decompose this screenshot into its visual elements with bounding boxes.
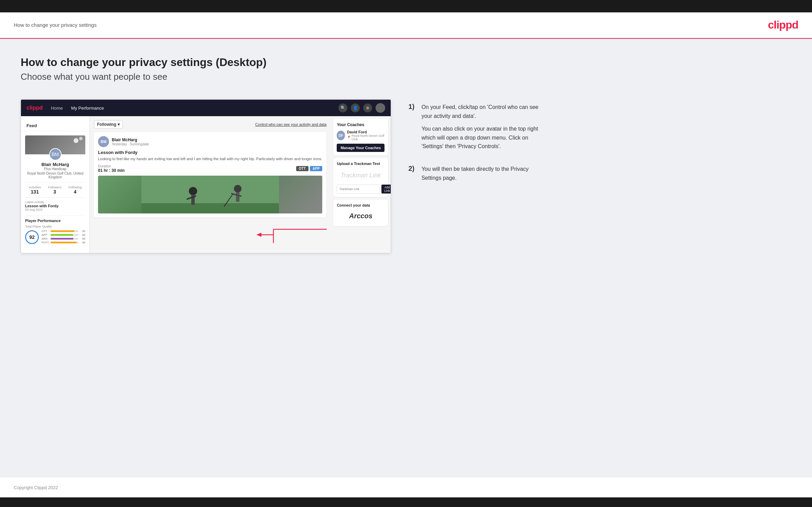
step-1: 1) On your Feed, click/tap on 'Control w… bbox=[408, 103, 539, 151]
duration-value: 01 hr : 30 min bbox=[98, 168, 124, 173]
app-nav-logo: clippd bbox=[26, 105, 43, 111]
pin-icon: 📍 bbox=[347, 136, 351, 139]
trackman-box: Upload a Trackman Test Trackman Link Add… bbox=[333, 158, 388, 197]
footer-copyright: Copyright Clippd 2022 bbox=[14, 485, 58, 490]
stat-activities-value: 131 bbox=[29, 189, 41, 195]
stat-activities: Activities 131 bbox=[29, 186, 41, 195]
latest-activity-value: Lesson with Fordy bbox=[25, 204, 85, 208]
sidebar-feed-tab[interactable]: Feed bbox=[21, 120, 89, 131]
activity-user: BM Blair McHarg Yesterday · Sunningdale bbox=[98, 136, 322, 147]
svg-point-5 bbox=[234, 185, 241, 192]
activity-user-info: Blair McHarg Yesterday · Sunningdale bbox=[112, 137, 149, 146]
player-performance-section: Player Performance Total Player Quality … bbox=[25, 216, 85, 245]
putt-bar bbox=[51, 242, 78, 243]
duration-info: Duration 01 hr : 30 min bbox=[98, 164, 124, 173]
ott-tag: OTT bbox=[296, 166, 308, 171]
page-subtitle: Choose what you want people to see bbox=[21, 71, 791, 82]
step-1-header: 1) On your Feed, click/tap on 'Control w… bbox=[408, 103, 539, 120]
content-grid: clippd Home My Performance 🔍 👤 ⊕ bbox=[21, 99, 791, 253]
avatar-icon[interactable] bbox=[376, 103, 385, 113]
profile-avatar: BM bbox=[49, 148, 62, 161]
bottom-bar bbox=[0, 497, 812, 507]
profile-icon[interactable]: 👤 bbox=[351, 103, 360, 112]
activity-user-meta: Yesterday · Sunningdale bbox=[112, 142, 149, 146]
arg-label: ARG bbox=[42, 237, 49, 240]
stat-activities-label: Activities bbox=[29, 186, 41, 189]
nav-my-performance[interactable]: My Performance bbox=[71, 106, 104, 111]
step-2-text: You will then be taken directly to the P… bbox=[421, 165, 539, 182]
trackman-title: Upload a Trackman Test bbox=[337, 162, 385, 166]
activity-title: Lesson with Fordy bbox=[98, 150, 322, 155]
svg-rect-6 bbox=[236, 192, 239, 202]
activity-desc: Looking to feel like my hands are exitin… bbox=[98, 156, 322, 162]
app-bar-row: APP 85 bbox=[42, 233, 85, 236]
trackman-input-row: Add Link bbox=[337, 185, 385, 194]
app-screenshot-wrapper: clippd Home My Performance 🔍 👤 ⊕ bbox=[21, 99, 391, 253]
app-nav: clippd Home My Performance 🔍 👤 ⊕ bbox=[21, 100, 391, 116]
quality-section: 92 OTT 90 APP bbox=[25, 230, 85, 245]
latest-activity-label: Latest Activity bbox=[25, 200, 85, 204]
main-content: How to change your privacy settings (Des… bbox=[0, 39, 812, 477]
plus-icon[interactable]: ⊕ bbox=[363, 103, 372, 112]
profile-card: BM Blair McHarg Plus Handicap Royal Nort… bbox=[21, 131, 89, 249]
profile-avatar-wrap: BM bbox=[25, 148, 85, 161]
coach-name: David Ford bbox=[347, 130, 385, 134]
activity-avatar: BM bbox=[98, 136, 109, 147]
arg-bar bbox=[51, 238, 78, 240]
app-bar bbox=[51, 234, 78, 236]
coaches-box: Your Coaches DF David Ford 📍 Royal North… bbox=[333, 119, 388, 155]
nav-home[interactable]: Home bbox=[51, 106, 63, 111]
activity-user-name: Blair McHarg bbox=[112, 137, 149, 142]
page-title: How to change your privacy settings (Des… bbox=[21, 56, 791, 69]
following-label: Following bbox=[97, 122, 116, 127]
putt-val: 96 bbox=[80, 241, 85, 244]
ott-label: OTT bbox=[42, 230, 49, 233]
nav-icons: 🔍 👤 ⊕ bbox=[338, 103, 385, 113]
coaches-title: Your Coaches bbox=[337, 122, 385, 127]
connect-title: Connect your data bbox=[337, 203, 385, 207]
latest-activity-section: Latest Activity Lesson with Fordy 03 Aug… bbox=[25, 197, 85, 214]
stat-followers: Followers 3 bbox=[48, 186, 62, 195]
step-1-text: On your Feed, click/tap on 'Control who … bbox=[421, 103, 539, 120]
profile-stats: Activities 131 Followers 3 Following 4 bbox=[25, 183, 85, 195]
clippd-logo: clippd bbox=[768, 19, 798, 31]
step-1-number: 1) bbox=[408, 103, 419, 111]
profile-name: Blair McHarg bbox=[25, 162, 85, 167]
activity-photo bbox=[98, 176, 322, 213]
step-2: 2) You will then be taken directly to th… bbox=[408, 165, 539, 182]
profile-club: Royal North Devon Golf Club, United King… bbox=[25, 172, 85, 179]
search-icon[interactable]: 🔍 bbox=[338, 103, 347, 112]
site-header: How to change your privacy settings clip… bbox=[0, 12, 812, 38]
stat-following: Following 4 bbox=[68, 186, 82, 195]
quality-bars: OTT 90 APP 85 bbox=[42, 230, 85, 245]
app-sidebar: Feed BM Blair McHa bbox=[21, 116, 90, 253]
privacy-link[interactable]: Control who can see your activity and da… bbox=[255, 122, 326, 126]
stat-followers-label: Followers bbox=[48, 186, 62, 189]
latest-activity-date: 03 Aug 2022 bbox=[25, 208, 85, 211]
svg-point-2 bbox=[189, 187, 197, 195]
dropdown-arrow-icon: ▾ bbox=[118, 122, 120, 127]
profile-badge: Plus Handicap bbox=[25, 167, 85, 171]
site-footer: Copyright Clippd 2022 bbox=[0, 477, 812, 497]
putt-bar-row: PUTT 96 bbox=[42, 241, 85, 244]
trackman-placeholder: Trackman Link bbox=[337, 168, 385, 183]
top-bar bbox=[0, 0, 812, 12]
coach-info: David Ford 📍 Royal North Devon Golf Club bbox=[347, 130, 385, 141]
coach-item: DF David Ford 📍 Royal North Devon Golf C… bbox=[337, 130, 385, 141]
trackman-input[interactable] bbox=[337, 185, 380, 194]
connect-brand: Arccos bbox=[337, 209, 385, 223]
step-2-number: 2) bbox=[408, 165, 419, 173]
manage-coaches-button[interactable]: Manage Your Coaches bbox=[337, 144, 385, 152]
following-button[interactable]: Following ▾ bbox=[94, 120, 123, 129]
add-link-button[interactable]: Add Link bbox=[381, 185, 391, 194]
arg-bar-row: ARG 86 bbox=[42, 237, 85, 240]
putt-label: PUTT bbox=[42, 241, 49, 244]
connect-box: Connect your data Arccos bbox=[333, 200, 388, 226]
stat-following-value: 4 bbox=[68, 189, 82, 195]
ott-bar-row: OTT 90 bbox=[42, 230, 85, 233]
golfer-svg bbox=[98, 176, 322, 213]
arg-val: 86 bbox=[80, 237, 85, 240]
quality-score: 92 bbox=[25, 230, 39, 244]
coach-avatar: DF bbox=[337, 131, 345, 140]
app-right-panel: Your Coaches DF David Ford 📍 Royal North… bbox=[331, 116, 391, 253]
